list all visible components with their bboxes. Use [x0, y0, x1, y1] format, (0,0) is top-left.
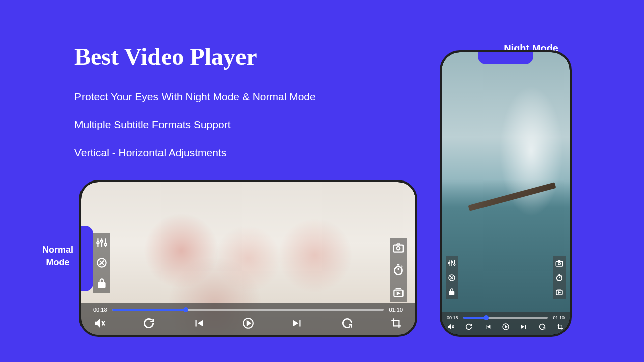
feature-item: Vertical - Horizontal Adjustments [74, 147, 316, 159]
timer-icon[interactable] [555, 273, 564, 282]
controls-row [447, 323, 565, 331]
video-frame[interactable]: 00:18 01:10 [81, 182, 415, 335]
phone-landscape: 00:18 01:10 [79, 180, 417, 337]
total-time: 01:10 [553, 315, 565, 320]
equalizer-icon[interactable] [447, 259, 456, 268]
svg-rect-4 [393, 245, 404, 252]
current-time: 00:18 [93, 307, 107, 313]
camera-icon[interactable] [555, 259, 564, 268]
play-icon[interactable] [502, 323, 510, 331]
player-controls: 00:18 01:10 [81, 303, 415, 335]
player-controls: 00:18 01:10 [442, 312, 570, 335]
lock-icon[interactable] [95, 277, 108, 290]
rewind-icon[interactable] [142, 317, 155, 330]
page-title: Best Video Player [74, 43, 257, 70]
crop-icon[interactable] [390, 317, 403, 330]
next-icon[interactable] [291, 317, 304, 330]
next-icon[interactable] [520, 323, 528, 331]
svg-point-2 [104, 243, 106, 245]
phone-portrait: 00:18 01:10 [440, 50, 572, 337]
forward-icon[interactable] [538, 323, 546, 331]
total-time: 01:10 [389, 307, 403, 313]
right-tools [390, 238, 407, 302]
left-tools [446, 256, 458, 299]
svg-point-9 [448, 263, 450, 264]
mute-icon[interactable] [93, 317, 106, 330]
forward-icon[interactable] [341, 317, 354, 330]
svg-point-10 [451, 261, 453, 263]
camera-icon[interactable] [392, 241, 405, 254]
crop-icon[interactable] [556, 323, 565, 331]
playlist-icon[interactable] [555, 287, 564, 296]
phone-notch [478, 52, 533, 64]
controls-row [93, 317, 403, 330]
timer-icon[interactable] [392, 263, 405, 277]
feature-item: Protect Your Eyes With Night Mode & Norm… [74, 90, 316, 103]
progress-row: 00:18 01:10 [447, 315, 565, 320]
video-frame[interactable]: 00:18 01:10 [442, 52, 570, 335]
seek-bar[interactable] [112, 309, 384, 311]
svg-point-5 [397, 247, 400, 250]
rotate-icon[interactable] [95, 256, 108, 269]
seek-bar[interactable] [463, 317, 548, 319]
lock-icon[interactable] [447, 287, 456, 296]
playlist-icon[interactable] [392, 286, 405, 299]
left-tools [93, 233, 110, 293]
previous-icon[interactable] [192, 317, 205, 330]
rotate-icon[interactable] [447, 273, 456, 282]
svg-point-1 [101, 240, 103, 242]
svg-point-14 [558, 263, 561, 265]
svg-point-6 [394, 267, 402, 275]
current-time: 00:18 [447, 315, 458, 320]
phone-notch [81, 226, 93, 291]
right-tools [553, 256, 566, 299]
feature-item: Multiple Subtitle Formats Support [74, 119, 316, 131]
equalizer-icon[interactable] [95, 236, 108, 249]
svg-point-11 [454, 264, 455, 265]
svg-point-0 [97, 242, 99, 244]
previous-icon[interactable] [484, 323, 492, 331]
progress-row: 00:18 01:10 [93, 307, 403, 313]
play-icon[interactable] [242, 317, 255, 330]
rewind-icon[interactable] [465, 323, 473, 331]
normal-mode-label: Normal Mode [42, 244, 73, 269]
svg-rect-13 [556, 261, 563, 266]
mute-icon[interactable] [447, 323, 455, 331]
feature-list: Protect Your Eyes With Night Mode & Norm… [74, 90, 316, 175]
